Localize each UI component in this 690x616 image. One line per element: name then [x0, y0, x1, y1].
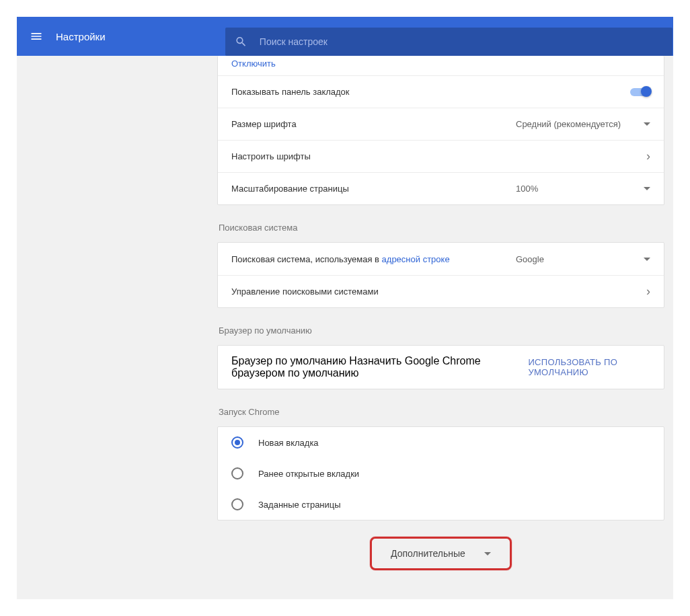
radio-icon	[231, 436, 243, 449]
search-engine-row: Поисковая система, используемая в адресн…	[218, 243, 664, 275]
dropdown-icon	[644, 258, 650, 261]
startup-option-continue[interactable]: Ранее открытые вкладки	[218, 458, 664, 489]
search-engine-label: Поисковая система, используемая в	[231, 254, 382, 264]
app-header: Настройки	[17, 17, 673, 56]
startup-section-title: Запуск Chrome	[219, 407, 664, 417]
startup-option-label: Ранее открытые вкладки	[258, 469, 359, 479]
startup-option-label: Новая вкладка	[258, 438, 319, 448]
search-bar[interactable]	[225, 28, 673, 56]
page-zoom-label: Масштабирование страницы	[231, 184, 349, 194]
default-browser-section-title: Браузер по умолчанию	[219, 325, 664, 336]
page-zoom-value: 100%	[516, 184, 538, 194]
manage-search-engines-label: Управление поисковыми системами	[231, 286, 379, 297]
bookmarks-bar-label: Показывать панель закладок	[231, 87, 350, 97]
search-card: Поисковая система, используемая в адресн…	[217, 242, 664, 308]
search-engine-value: Google	[516, 254, 544, 264]
menu-button[interactable]	[17, 30, 56, 43]
startup-option-label: Заданные страницы	[258, 500, 341, 510]
address-bar-link[interactable]: адресной строке	[382, 254, 450, 264]
advanced-label: Дополнительные	[391, 548, 465, 559]
bookmarks-bar-row: Показывать панель закладок	[218, 75, 664, 108]
dropdown-icon	[644, 122, 650, 126]
font-size-label: Размер шрифта	[231, 119, 297, 129]
default-browser-row: Браузер по умолчанию Назначить Google Ch…	[218, 346, 664, 389]
default-browser-title: Браузер по умолчанию	[231, 355, 346, 367]
appearance-card: Отключить Показывать панель закладок Раз…	[217, 56, 664, 205]
font-size-dropdown[interactable]: Средний (рекомендуется)	[516, 119, 650, 129]
chevron-right-icon: ›	[646, 149, 650, 163]
radio-icon	[231, 498, 243, 510]
search-engine-dropdown[interactable]: Google	[516, 254, 650, 264]
hamburger-icon	[30, 30, 43, 43]
page-zoom-dropdown[interactable]: 100%	[516, 184, 650, 194]
search-icon	[235, 35, 247, 48]
bookmarks-bar-toggle[interactable]	[630, 88, 650, 96]
settings-content: Отключить Показывать панель закладок Раз…	[17, 56, 673, 599]
search-section-title: Поисковая система	[219, 223, 664, 233]
page-zoom-row: Масштабирование страницы 100%	[218, 172, 664, 204]
chevron-right-icon: ›	[646, 284, 650, 299]
font-size-value: Средний (рекомендуется)	[516, 119, 621, 129]
manage-search-engines-row[interactable]: Управление поисковыми системами ›	[218, 275, 664, 307]
startup-option-new-tab[interactable]: Новая вкладка	[218, 427, 664, 458]
customize-fonts-label: Настроить шрифты	[231, 151, 311, 161]
chevron-down-icon	[484, 552, 491, 555]
startup-option-specific-pages[interactable]: Заданные страницы	[218, 489, 664, 520]
page-title: Настройки	[56, 31, 126, 42]
advanced-button[interactable]: Дополнительные	[370, 537, 512, 570]
search-input[interactable]	[260, 36, 663, 47]
set-default-button[interactable]: Использовать по умолчанию	[523, 357, 650, 377]
default-browser-card: Браузер по умолчанию Назначить Google Ch…	[217, 345, 664, 389]
theme-disable-link[interactable]: Отключить	[231, 59, 276, 70]
dropdown-icon	[644, 187, 650, 190]
startup-card: Новая вкладка Ранее открытые вкладки Зад…	[217, 426, 664, 521]
font-size-row: Размер шрифта Средний (рекомендуется)	[218, 108, 664, 140]
radio-icon	[231, 467, 243, 479]
customize-fonts-row[interactable]: Настроить шрифты ›	[218, 140, 664, 172]
